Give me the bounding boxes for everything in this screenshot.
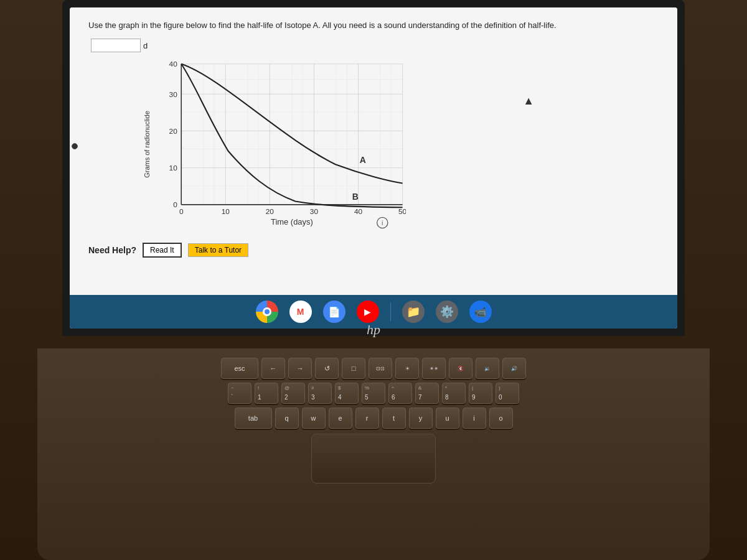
screen-content: Use the graph in the figure below to fin… <box>70 7 677 329</box>
key-e[interactable]: e <box>329 408 352 429</box>
key-vol-up[interactable]: 🔊 <box>502 358 526 379</box>
keyboard-row-numbers: ~` !1 @2 #3 $4 %5 ^6 &7 *8 (9 )0 <box>50 383 697 404</box>
answer-input[interactable] <box>91 39 141 52</box>
svg-text:Time (days): Time (days) <box>271 217 313 226</box>
key-3[interactable]: #3 <box>308 383 332 404</box>
key-t[interactable]: t <box>382 408 406 429</box>
svg-text:40: 40 <box>169 60 178 68</box>
read-it-button[interactable]: Read It <box>143 243 182 258</box>
files-icon[interactable]: 📁 <box>402 301 425 323</box>
key-refresh[interactable]: ↺ <box>315 358 339 379</box>
gmail-icon[interactable]: M <box>289 301 312 323</box>
key-i[interactable]: i <box>463 408 486 429</box>
key-9[interactable]: (9 <box>469 383 492 404</box>
key-2[interactable]: @2 <box>281 383 305 404</box>
key-brightness-up[interactable]: ☀☀ <box>422 358 446 379</box>
bezel-camera-dot <box>72 143 78 149</box>
key-esc[interactable]: esc <box>221 358 258 379</box>
trackpad-area <box>50 434 697 483</box>
chrome-icon[interactable] <box>256 301 278 323</box>
help-row: Need Help? Read It Talk to a Tutor <box>88 243 659 258</box>
svg-text:B: B <box>352 192 359 202</box>
key-backtick[interactable]: ~` <box>228 383 251 404</box>
trackpad[interactable] <box>311 434 436 483</box>
docs-icon[interactable]: 📄 <box>323 301 345 323</box>
key-u[interactable]: u <box>436 408 459 429</box>
question-text-span: Use the graph in the figure below to fin… <box>88 21 557 30</box>
svg-text:10: 10 <box>222 207 230 216</box>
key-r[interactable]: r <box>355 408 379 429</box>
laptop-body: Use the graph in the figure below to fin… <box>0 0 747 560</box>
keyboard-row-tab: tab q w e r t y u i o <box>50 408 697 429</box>
keyboard-row-fn: esc ← → ↺ □ ⊡⊡ ☀ ☀☀ 🔇 🔉 🔊 <box>50 358 697 379</box>
answer-label: d <box>143 41 148 50</box>
key-w[interactable]: w <box>302 408 326 429</box>
key-back[interactable]: ← <box>261 358 285 379</box>
key-4[interactable]: $4 <box>335 383 359 404</box>
settings-icon[interactable]: ⚙️ <box>436 301 458 323</box>
key-y[interactable]: y <box>409 408 433 429</box>
key-windows[interactable]: ⊡⊡ <box>369 358 392 379</box>
hp-logo: hp <box>367 322 380 338</box>
svg-text:i: i <box>382 219 383 226</box>
svg-text:30: 30 <box>310 207 319 216</box>
talk-to-tutor-button[interactable]: Talk to a Tutor <box>188 243 248 257</box>
key-forward[interactable]: → <box>288 358 312 379</box>
hp-logo-area: hp <box>355 320 392 339</box>
screen-bezel: Use the graph in the figure below to fin… <box>62 0 685 336</box>
answer-row: d <box>88 39 659 52</box>
question-text: Use the graph in the figure below to fin… <box>88 20 659 31</box>
graph-container: Grams of radionuclide <box>144 57 406 231</box>
key-0[interactable]: )0 <box>496 383 519 404</box>
svg-text:50: 50 <box>398 207 406 216</box>
need-help-label: Need Help? <box>88 245 136 255</box>
key-1[interactable]: !1 <box>255 383 278 404</box>
svg-text:20: 20 <box>169 127 178 136</box>
svg-text:30: 30 <box>169 90 178 99</box>
taskbar-divider <box>390 302 391 321</box>
key-mute[interactable]: 🔇 <box>449 358 472 379</box>
graph-wrapper: Grams of radionuclide <box>107 57 418 231</box>
svg-text:10: 10 <box>169 164 178 172</box>
youtube-icon[interactable]: ▶ <box>357 301 379 323</box>
key-tab[interactable]: tab <box>235 408 272 429</box>
key-6[interactable]: ^6 <box>388 383 412 404</box>
cursor-pointer: ▲ <box>523 95 534 108</box>
svg-text:40: 40 <box>354 207 363 216</box>
key-fullscreen[interactable]: □ <box>342 358 365 379</box>
content-area: Use the graph in the figure below to fin… <box>70 7 677 295</box>
svg-text:A: A <box>360 155 366 165</box>
svg-text:0: 0 <box>179 207 184 216</box>
key-brightness-down[interactable]: ☀ <box>395 358 419 379</box>
svg-text:0: 0 <box>173 200 177 209</box>
key-8[interactable]: *8 <box>442 383 466 404</box>
y-axis-label: Grams of radionuclide <box>143 111 151 178</box>
key-vol-down[interactable]: 🔉 <box>476 358 499 379</box>
camera-icon[interactable]: 📹 <box>469 301 492 323</box>
key-q[interactable]: q <box>275 408 299 429</box>
keyboard-area: esc ← → ↺ □ ⊡⊡ ☀ ☀☀ 🔇 🔉 🔊 ~` !1 @2 #3 $4… <box>37 348 710 560</box>
key-5[interactable]: %5 <box>362 383 385 404</box>
key-7[interactable]: &7 <box>415 383 439 404</box>
key-o[interactable]: o <box>489 408 513 429</box>
graph-svg: 0 10 20 30 40 0 10 20 30 40 50 <box>144 57 406 231</box>
svg-text:20: 20 <box>266 207 275 216</box>
